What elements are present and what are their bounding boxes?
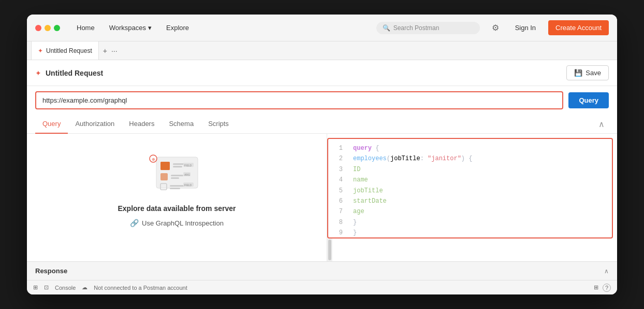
tab-controls: + ··· [103, 47, 118, 55]
query-button[interactable]: Query [568, 92, 609, 108]
cloud-icon: ☁ [82, 284, 87, 291]
svg-rect-5 [160, 173, 168, 180]
console-icon[interactable]: ⊡ [44, 284, 49, 291]
svg-text:ARG: ARG [184, 173, 190, 176]
help-icon[interactable]: ? [603, 284, 611, 292]
close-button[interactable] [35, 25, 41, 31]
maximize-button[interactable] [54, 25, 60, 31]
svg-rect-10 [170, 188, 180, 189]
create-account-button[interactable]: Create Account [548, 20, 609, 35]
response-collapse-icon[interactable]: ∧ [604, 268, 609, 275]
nav-items: Home Workspaces ▾ Explore [70, 21, 368, 35]
response-bar: Response ∧ [27, 261, 617, 280]
svg-text:FIELD: FIELD [184, 164, 192, 167]
request-tab[interactable]: ✦ Untitled Request [31, 41, 99, 60]
left-panel: FIELD ARG FIELD ⊕ Explore data available… [27, 134, 327, 261]
status-right: ⊞ ? [594, 284, 611, 292]
collapse-tabs-icon[interactable]: ∧ [594, 115, 609, 133]
right-panel: 1 2 3 4 5 6 7 8 9 query { empl [327, 134, 617, 261]
tab-query[interactable]: Query [35, 115, 68, 134]
response-label: Response [35, 267, 67, 275]
explore-title: Explore data available from server [118, 204, 236, 213]
svg-rect-9 [170, 185, 184, 187]
sign-in-button[interactable]: Sign In [508, 21, 543, 35]
request-title: Untitled Request [46, 69, 566, 77]
svg-text:FIELD: FIELD [184, 184, 192, 187]
tab-scripts[interactable]: Scripts [201, 115, 236, 134]
tab-label: Untitled Request [46, 47, 92, 54]
titlebar: Home Workspaces ▾ Explore 🔍 Search Postm… [27, 15, 617, 41]
search-bar[interactable]: 🔍 Search Postman [376, 22, 480, 34]
graphql-illustration: FIELD ARG FIELD ⊕ [146, 149, 208, 196]
request-header: ✦ Untitled Request 💾 Save [27, 60, 617, 86]
line-numbers: 1 2 3 4 5 6 7 8 9 [328, 143, 349, 238]
body-area: FIELD ARG FIELD ⊕ Explore data available… [27, 134, 617, 261]
nav-home[interactable]: Home [70, 21, 101, 35]
nav-explore[interactable]: Explore [160, 21, 195, 35]
svg-rect-7 [171, 177, 179, 179]
tab-authorization[interactable]: Authorization [68, 115, 122, 134]
svg-rect-2 [160, 162, 170, 170]
svg-rect-6 [171, 175, 183, 176]
svg-rect-4 [173, 166, 182, 167]
save-icon: 💾 [574, 69, 582, 77]
save-button[interactable]: 💾 Save [566, 65, 609, 80]
request-tabs: Query Authorization Headers Schema Scrip… [27, 115, 617, 134]
url-input[interactable] [35, 91, 563, 109]
code-editor[interactable]: 1 2 3 4 5 6 7 8 9 query { empl [327, 138, 613, 238]
console-label[interactable]: Console [55, 285, 76, 291]
status-bar: ⊞ ⊡ Console ☁ Not connected to a Postman… [27, 280, 617, 294]
tab-headers[interactable]: Headers [122, 115, 162, 134]
code-lines: 1 2 3 4 5 6 7 8 9 query { empl [328, 139, 612, 238]
layout-icon[interactable]: ⊞ [33, 284, 38, 291]
scrollbar[interactable] [327, 238, 332, 261]
minimize-button[interactable] [45, 25, 51, 31]
chevron-down-icon: ▾ [148, 24, 152, 32]
scrollbar-thumb [328, 240, 331, 260]
url-bar: Query [27, 86, 617, 115]
settings-icon[interactable]: ⚙ [488, 21, 503, 35]
status-left: ⊞ ⊡ Console ☁ Not connected to a Postman… [33, 284, 187, 291]
introspection-icon: 🔗 [130, 219, 139, 227]
request-icon: ✦ [35, 69, 41, 77]
add-tab-icon[interactable]: + [103, 47, 107, 55]
main-content: ✦ Untitled Request 💾 Save Query Query Au… [27, 60, 617, 294]
app-window: Home Workspaces ▾ Explore 🔍 Search Postm… [27, 15, 617, 294]
tab-icon: ✦ [38, 47, 43, 54]
connection-status: Not connected to a Postman account [94, 285, 187, 291]
code-content: query { employees(jobTitle: "janitor") {… [349, 143, 612, 238]
nav-right: ⚙ Sign In Create Account [488, 20, 609, 35]
nav-workspaces[interactable]: Workspaces ▾ [103, 21, 158, 35]
tab-bar: ✦ Untitled Request + ··· [27, 41, 617, 60]
svg-text:⊕: ⊕ [152, 157, 155, 162]
search-placeholder: Search Postman [393, 24, 440, 32]
introspection-button[interactable]: 🔗 Use GraphQL Introspection [130, 219, 224, 227]
search-icon: 🔍 [383, 24, 390, 32]
traffic-lights [35, 25, 60, 31]
tab-schema[interactable]: Schema [162, 115, 201, 134]
more-tabs-icon[interactable]: ··· [111, 47, 118, 55]
grid-icon[interactable]: ⊞ [594, 284, 598, 291]
